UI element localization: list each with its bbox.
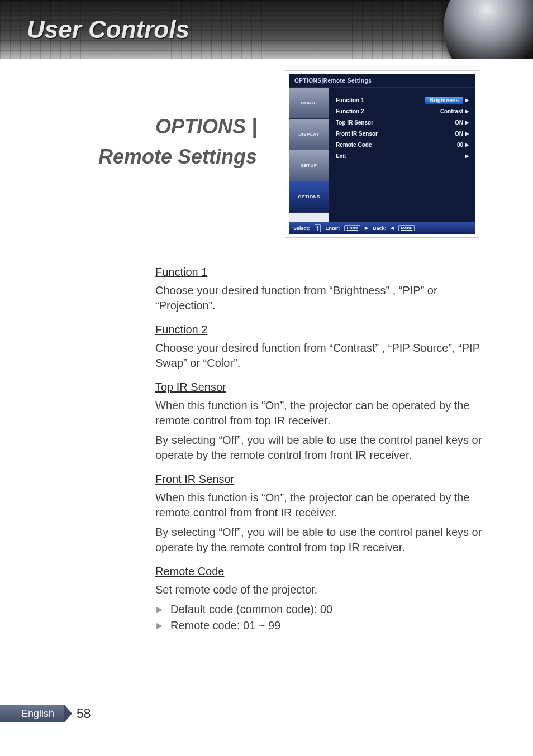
footer-page-number: 58	[77, 706, 91, 721]
enter-key-icon: Enter	[344, 225, 360, 231]
bullet-icon: ▶	[156, 620, 163, 631]
section-title-line1: OPTIONS |	[34, 115, 257, 138]
bullet-text: Default code (common code): 00	[170, 602, 332, 617]
heading-function2: Function 2	[155, 322, 207, 337]
osd-row-top-ir[interactable]: Top IR Sensor ON▶	[336, 117, 469, 128]
osd-row-value: 00	[457, 142, 463, 148]
para-top-ir-2: By selecting “Off”, you will be able to …	[155, 433, 491, 463]
bullet-icon: ▶	[156, 604, 163, 615]
lens-decorative-icon	[444, 0, 533, 59]
osd-row-exit[interactable]: Exit ▶	[336, 150, 469, 161]
header-title: User Controls	[27, 16, 189, 44]
list-item: ▶ Default code (common code): 00	[155, 602, 491, 617]
updown-icon: ▲▼	[315, 224, 321, 232]
bullet-list: ▶ Default code (common code): 00 ▶ Remot…	[155, 602, 491, 633]
osd-footer-select-label: Select:	[293, 226, 310, 231]
chevron-right-icon: ▶	[365, 226, 368, 231]
osd-row-value: Contrast	[440, 108, 463, 114]
osd-row-remote-code[interactable]: Remote Code 00▶	[336, 139, 469, 150]
para-function2: Choose your desired function from “Contr…	[155, 341, 491, 371]
osd-tab-options[interactable]: OPTIONS	[289, 181, 329, 213]
para-remote-code: Set remote code of the projector.	[155, 582, 491, 597]
para-function1: Choose your desired function from “Brigh…	[155, 283, 491, 313]
heading-remote-code: Remote Code	[155, 564, 224, 579]
osd-tab-image[interactable]: IMAGE	[289, 88, 329, 119]
osd-footer-back-label: Back:	[373, 226, 387, 231]
osd-panel: OPTIONS|Remote Settings IMAGE DISPLAY SE…	[289, 74, 475, 234]
bullet-text: Remote code: 01 ~ 99	[170, 618, 280, 633]
para-top-ir-1: When this function is “On”, the projecto…	[155, 398, 491, 428]
osd-tab-setup[interactable]: SETUP	[289, 150, 329, 181]
osd-row-label: Front IR Sensor	[336, 131, 378, 137]
body-text: Function 1 Choose your desired function …	[155, 260, 491, 634]
section-title-line2: Remote Settings	[34, 145, 257, 169]
page-footer: English 58	[0, 705, 91, 722]
section-title: OPTIONS | Remote Settings	[34, 115, 257, 169]
osd-row-label: Function 1	[336, 97, 364, 103]
osd-row-value: ON	[455, 119, 463, 126]
osd-row-label: Function 2	[336, 108, 364, 114]
osd-row-label: Top IR Sensor	[336, 119, 373, 126]
para-front-ir-1: When this function is “On”, the projecto…	[155, 490, 491, 520]
osd-row-function2[interactable]: Function 2 Contrast▶	[336, 106, 469, 117]
heading-front-ir: Front IR Sensor	[155, 472, 234, 487]
osd-tab-list: IMAGE DISPLAY SETUP OPTIONS	[289, 88, 329, 222]
osd-row-label: Remote Code	[336, 142, 372, 148]
chevron-right-icon: ▶	[465, 142, 469, 147]
page: User Controls OPTIONS | Remote Settings …	[0, 0, 533, 756]
osd-tab-display[interactable]: DISPLAY	[289, 119, 329, 150]
heading-function1: Function 1	[155, 265, 207, 280]
osd-breadcrumb: OPTIONS|Remote Settings	[289, 74, 475, 88]
osd-row-value: ON	[455, 131, 463, 137]
heading-top-ir: Top IR Sensor	[155, 380, 226, 395]
header-band: User Controls	[0, 0, 533, 59]
list-item: ▶ Remote code: 01 ~ 99	[155, 618, 491, 633]
osd-body: IMAGE DISPLAY SETUP OPTIONS Function 1 B…	[289, 88, 475, 222]
chevron-right-icon: ▶	[465, 120, 469, 125]
chevron-left-icon: ◀	[391, 226, 394, 231]
osd-row-function1[interactable]: Function 1 Brightness▶	[336, 94, 469, 106]
chevron-right-icon: ▶	[465, 98, 469, 103]
osd-menu: Function 1 Brightness▶ Function 2 Contra…	[329, 88, 475, 222]
chevron-right-icon: ▶	[465, 109, 469, 114]
osd-screenshot: OPTIONS|Remote Settings IMAGE DISPLAY SE…	[285, 70, 479, 238]
chevron-right-icon: ▶	[465, 154, 469, 159]
footer-separator-icon	[64, 705, 72, 722]
osd-footer: Select: ▲▼ Enter: Enter▶ Back: ◀Menu	[289, 222, 475, 234]
para-front-ir-2: By selecting “Off”, you will be able to …	[155, 525, 491, 555]
footer-language: English	[0, 705, 64, 722]
osd-row-value: Brightness	[425, 97, 463, 104]
osd-row-front-ir[interactable]: Front IR Sensor ON▶	[336, 128, 469, 139]
osd-footer-enter-label: Enter:	[325, 226, 340, 231]
menu-key-icon: Menu	[398, 225, 415, 231]
chevron-right-icon: ▶	[465, 131, 469, 136]
osd-row-label: Exit	[336, 153, 346, 159]
